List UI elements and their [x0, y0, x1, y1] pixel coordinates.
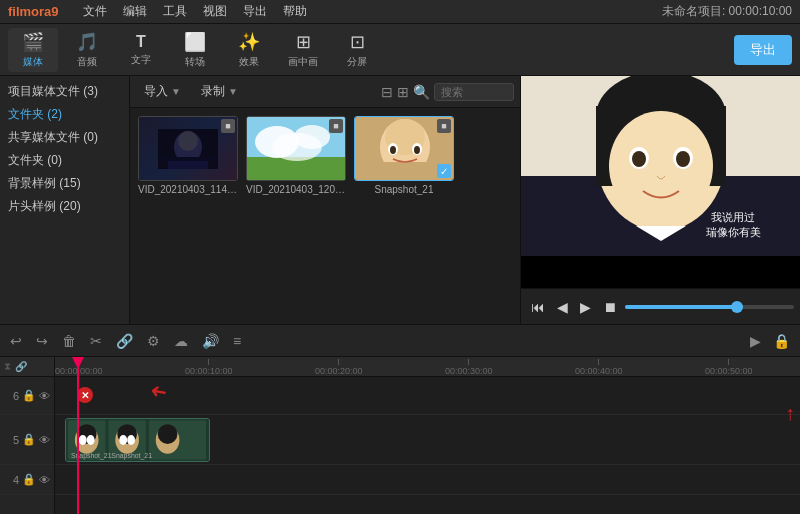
progress-bar[interactable]	[625, 305, 794, 309]
import-chevron: ▼	[171, 86, 181, 97]
transition-icon: ⬜	[184, 31, 206, 53]
audio-button[interactable]: 🔊	[198, 331, 223, 351]
svg-point-28	[632, 151, 646, 167]
tab-effect[interactable]: ✨ 效果	[224, 28, 274, 72]
record-label: 录制	[201, 83, 225, 100]
tab-transition[interactable]: ⬜ 转场	[170, 28, 220, 72]
lock-icon-6[interactable]: 🔒	[22, 389, 36, 402]
sidebar-item-intro[interactable]: 片头样例 (20)	[0, 195, 129, 218]
media-item-vid2[interactable]: ■ VID_20210403_120054	[246, 116, 346, 195]
eye-icon-4[interactable]: 👁	[39, 474, 50, 486]
lock-icon-5[interactable]: 🔒	[22, 433, 36, 446]
track-4-label: 4 🔒 👁	[0, 465, 54, 495]
sidebar-item-shared-folder[interactable]: 文件夹 (0)	[0, 149, 129, 172]
audio-icon: 🎵	[76, 31, 98, 53]
play-button[interactable]: ▶	[576, 297, 595, 317]
filter-icon[interactable]: ⊟	[381, 84, 393, 100]
tab-split[interactable]: ⊡ 分屏	[332, 28, 382, 72]
stop-button[interactable]: ⏹	[599, 297, 621, 317]
media-icon: 🎬	[22, 31, 44, 53]
cut-button[interactable]: ✂	[86, 331, 106, 351]
sidebar-item-folder[interactable]: 文件夹 (2)	[0, 103, 129, 126]
media-item-vid1[interactable]: ■ VID_20210403_114641	[138, 116, 238, 195]
tab-media[interactable]: 🎬 媒体	[8, 28, 58, 72]
tab-effect-label: 效果	[239, 55, 259, 69]
timeline-right-tools: ▶ 🔒	[746, 331, 794, 351]
project-title: 未命名项目: 00:00:10:00	[662, 3, 792, 20]
search-input[interactable]	[434, 83, 514, 101]
svg-text:瑞像你有美: 瑞像你有美	[706, 226, 761, 238]
progress-dot	[731, 301, 743, 313]
settings-button[interactable]: ⚙	[143, 331, 164, 351]
svg-point-40	[87, 435, 95, 445]
cut-arrow: ↑	[785, 402, 795, 425]
tab-media-label: 媒体	[23, 55, 43, 69]
svg-rect-13	[375, 162, 435, 181]
grid-icon[interactable]: ⊞	[397, 84, 409, 100]
track-4-body	[55, 465, 800, 495]
sidebar-item-shared[interactable]: 共享媒体文件 (0)	[0, 126, 129, 149]
menu-export[interactable]: 导出	[243, 3, 267, 20]
menu-help[interactable]: 帮助	[283, 3, 307, 20]
zoom-in-button[interactable]: ▶	[746, 331, 765, 351]
menu-edit[interactable]: 编辑	[123, 3, 147, 20]
eye-icon-5[interactable]: 👁	[39, 434, 50, 446]
link-button[interactable]: 🔗	[112, 331, 137, 351]
thumb-label-vid1: VID_20210403_114641	[138, 184, 238, 195]
media-item-snap[interactable]: ✓ ■ Snapshot_21	[354, 116, 454, 195]
split-icon: ⊡	[350, 31, 365, 53]
split-tool-button[interactable]: ≡	[229, 331, 245, 351]
thumb-corner-1: ■	[221, 119, 235, 133]
preview-controls: ⏮ ◀ ▶ ⏹	[521, 288, 800, 324]
svg-point-17	[414, 146, 420, 154]
middle-panel: 导入 ▼ 录制 ▼ ⊟ ⊞ 🔍	[130, 76, 520, 324]
track-5-clip[interactable]: Snapshot_21 Snapshot_21	[65, 418, 210, 462]
skip-back-button[interactable]: ⏮	[527, 297, 549, 317]
track-labels: ⧗ 🔗 6 🔒 👁 5 🔒 👁 4 🔒 👁	[0, 357, 55, 514]
svg-point-48	[158, 424, 178, 444]
svg-point-29	[676, 151, 690, 167]
svg-text:Snapshot_21: Snapshot_21	[111, 452, 152, 460]
sidebar-item-project[interactable]: 项目媒体文件 (3)	[0, 80, 129, 103]
media-search: ⊟ ⊞ 🔍	[381, 83, 514, 101]
lock-icon-4[interactable]: 🔒	[22, 473, 36, 486]
redo-button[interactable]: ↪	[32, 331, 52, 351]
playhead[interactable]	[77, 357, 79, 514]
menu-file[interactable]: 文件	[83, 3, 107, 20]
preview-panel: 我说用过 瑞像你有美 ⏮ ◀ ▶ ⏹	[520, 76, 800, 324]
svg-point-16	[390, 146, 396, 154]
thumb-label-vid2: VID_20210403_120054	[246, 184, 346, 195]
tab-pip-label: 画中画	[288, 55, 318, 69]
delete-button[interactable]: 🗑	[58, 331, 80, 351]
track-5-label: 5 🔒 👁	[0, 415, 54, 465]
step-back-button[interactable]: ◀	[553, 297, 572, 317]
ruler-mark-2: 00:00:20:00	[315, 359, 363, 376]
ruler-label: ⧗ 🔗	[0, 357, 54, 377]
track-5-num: 5	[13, 434, 19, 446]
tab-pip[interactable]: ⊞ 画中画	[278, 28, 328, 72]
effect-icon: ✨	[238, 31, 260, 53]
undo-button[interactable]: ↩	[6, 331, 26, 351]
svg-point-25	[609, 111, 713, 221]
sidebar-item-background[interactable]: 背景样例 (15)	[0, 172, 129, 195]
svg-text:我说用过: 我说用过	[711, 211, 755, 223]
thumb-vid2: ■	[246, 116, 346, 181]
eye-icon-6[interactable]: 👁	[39, 390, 50, 402]
thumb-checkmark: ✓	[437, 164, 451, 178]
zoom-out-button[interactable]: 🔒	[769, 331, 794, 351]
svg-point-44	[119, 435, 127, 445]
import-button[interactable]: 导入 ▼	[136, 80, 189, 103]
svg-point-39	[79, 435, 87, 445]
export-button[interactable]: 导出	[734, 35, 792, 65]
record-button[interactable]: 录制 ▼	[193, 80, 246, 103]
track-4-num: 4	[13, 474, 19, 486]
search-icon[interactable]: 🔍	[413, 84, 430, 100]
thumb-corner-3: ■	[437, 119, 451, 133]
tab-text[interactable]: T 文字	[116, 28, 166, 72]
menu-view[interactable]: 视图	[203, 3, 227, 20]
tab-audio[interactable]: 🎵 音频	[62, 28, 112, 72]
thumb-snap: ✓ ■	[354, 116, 454, 181]
menu-tools[interactable]: 工具	[163, 3, 187, 20]
cloud-button[interactable]: ☁	[170, 331, 192, 351]
ruler-mark-4: 00:00:40:00	[575, 359, 623, 376]
